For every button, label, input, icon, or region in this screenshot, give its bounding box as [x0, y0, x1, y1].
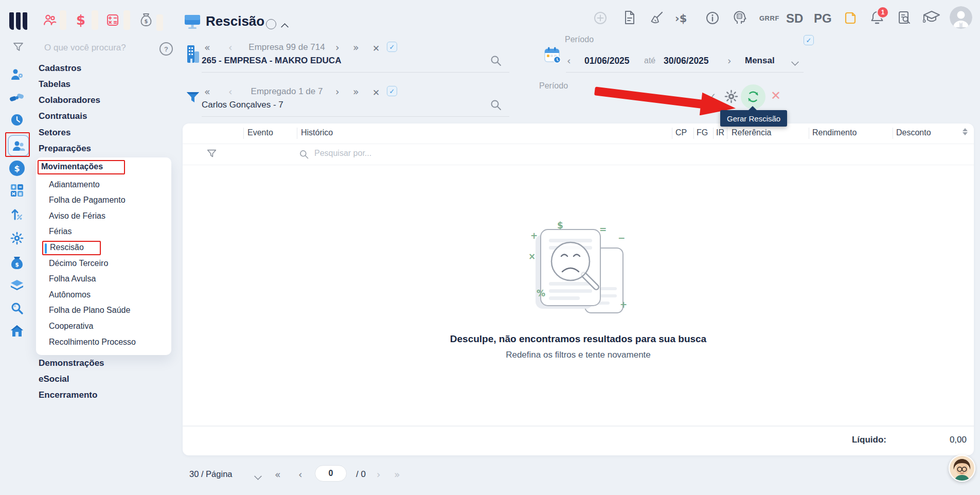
- submenu-item-folha-de-plano-saude[interactable]: Folha de Plano Saúde: [49, 306, 130, 315]
- pagination-next-button[interactable]: ›: [377, 468, 381, 481]
- settings-gear-icon[interactable]: [724, 90, 738, 105]
- sidebar-item-tabelas[interactable]: Tabelas: [39, 79, 70, 90]
- people-module-icon[interactable]: [43, 13, 57, 29]
- pagination-prev-button[interactable]: ‹: [298, 468, 302, 481]
- rail-calculator-icon[interactable]: [10, 183, 24, 200]
- submenu-item-recolhimento-processo[interactable]: Recolhimento Processo: [49, 338, 136, 347]
- column-header-cp[interactable]: CP: [675, 128, 687, 137]
- generate-rescisao-button[interactable]: [741, 84, 765, 109]
- employee-first-button[interactable]: «: [204, 85, 210, 98]
- column-header-rendimento[interactable]: Rendimento: [812, 128, 857, 137]
- employee-clear-button[interactable]: ✕: [372, 86, 380, 99]
- sidebar-item-contratuais[interactable]: Contratuais: [39, 111, 87, 121]
- rail-team-icon-active[interactable]: [8, 135, 29, 156]
- employee-next-button[interactable]: ›: [335, 85, 340, 98]
- company-first-button[interactable]: «: [204, 41, 210, 54]
- submenu-item-folha-de-pagamento[interactable]: Folha de Pagamento: [49, 196, 126, 205]
- company-next-button[interactable]: ›: [335, 41, 340, 54]
- sidebar-item-demonstracoes[interactable]: Demonstrações: [39, 358, 104, 368]
- rail-gear-icon[interactable]: [10, 232, 24, 247]
- training-graduation-icon[interactable]: [923, 9, 940, 28]
- submenu-item-autonomos[interactable]: Autônomos: [49, 290, 91, 299]
- info-circle-icon[interactable]: [705, 10, 720, 28]
- pagination-first-button[interactable]: «: [275, 468, 281, 481]
- rail-search-icon[interactable]: [10, 302, 24, 317]
- employee-search-icon[interactable]: [490, 99, 502, 113]
- periodo-end-date[interactable]: 30/06/2025: [664, 56, 709, 66]
- periodo-start-date[interactable]: 01/06/2025: [584, 56, 630, 66]
- rail-moneybag-icon[interactable]: $: [10, 255, 24, 273]
- page-number-input[interactable]: [315, 465, 347, 482]
- notes-icon[interactable]: [843, 10, 858, 28]
- sidebar-item-cadastros[interactable]: Cadastros: [39, 63, 81, 74]
- company-checkbox[interactable]: ✓: [387, 42, 397, 52]
- table-search-input[interactable]: [313, 148, 470, 158]
- payroll-assistant-icon[interactable]: [732, 10, 747, 27]
- submenu-item-adiantamento[interactable]: Adiantamento: [49, 180, 100, 189]
- company-search-icon[interactable]: [490, 55, 502, 69]
- rail-raise-percent-icon[interactable]: [10, 207, 24, 223]
- sidebar-item-setores[interactable]: Setores: [39, 128, 70, 138]
- employee-checkbox[interactable]: ✓: [387, 86, 397, 96]
- money-transfer-icon[interactable]: ›$: [675, 12, 687, 25]
- rail-home-icon[interactable]: [10, 324, 24, 340]
- calculator-module-icon[interactable]: [106, 13, 119, 29]
- rail-layers-icon[interactable]: [10, 279, 24, 294]
- assistant-avatar[interactable]: [949, 455, 975, 482]
- column-header-historico[interactable]: Histórico: [301, 128, 333, 137]
- submenu-title-movimentacoes[interactable]: Movimentações: [41, 162, 103, 171]
- submenu-item-folha-avulsa[interactable]: Folha Avulsa: [49, 274, 96, 284]
- column-header-ir[interactable]: IR: [716, 128, 724, 137]
- submenu-item-decimo-terceiro[interactable]: Décimo Terceiro: [49, 259, 108, 268]
- submenu-item-cooperativa[interactable]: Cooperativa: [49, 322, 93, 331]
- periodo-checkbox[interactable]: ✓: [804, 35, 814, 45]
- periodo-prev-button[interactable]: ‹: [567, 55, 571, 67]
- employee-prev-button[interactable]: ‹: [228, 85, 233, 98]
- brand-logo[interactable]: [9, 12, 29, 32]
- sidebar-item-preparacoes[interactable]: Preparações: [39, 144, 91, 154]
- sidebar-item-colaboradores[interactable]: Colaboradores: [39, 95, 100, 105]
- payroll-dollar-icon[interactable]: $: [76, 12, 85, 28]
- column-header-fg[interactable]: FG: [697, 128, 708, 137]
- rail-person-settings-icon[interactable]: [10, 67, 24, 84]
- sd-button[interactable]: SD: [786, 11, 803, 26]
- employee-last-button[interactable]: »: [353, 85, 359, 98]
- submenu-item-ferias[interactable]: Férias: [49, 227, 72, 236]
- column-header-desconto[interactable]: Desconto: [896, 128, 931, 137]
- clean-broom-icon[interactable]: [649, 10, 665, 28]
- table-filter-funnel-icon[interactable]: [206, 148, 218, 162]
- periodo-next-button[interactable]: ›: [727, 55, 732, 67]
- per-page-select[interactable]: 30 / Página: [189, 469, 232, 479]
- pagination-last-button[interactable]: »: [394, 468, 400, 481]
- collapse-header-icon[interactable]: [282, 23, 288, 32]
- add-circle-icon[interactable]: [593, 10, 608, 28]
- column-header-evento[interactable]: Evento: [247, 128, 273, 137]
- help-icon[interactable]: ?: [159, 42, 173, 56]
- periodo-mode-dropdown-icon[interactable]: [792, 58, 798, 67]
- rail-finance-icon[interactable]: $: [9, 161, 25, 176]
- sort-icon[interactable]: [963, 128, 968, 135]
- title-info-icon[interactable]: [266, 19, 276, 29]
- document-search-icon[interactable]: [897, 10, 912, 28]
- submenu-item-aviso-de-ferias[interactable]: Aviso de Férias: [49, 211, 105, 221]
- grrf-button[interactable]: GRRF: [759, 14, 779, 22]
- cancel-x-icon[interactable]: ✕: [771, 89, 781, 103]
- sidebar-item-esocial[interactable]: eSocial: [39, 374, 69, 384]
- per-page-dropdown-icon[interactable]: [255, 472, 261, 481]
- rail-handshake-icon[interactable]: [9, 92, 25, 105]
- filter-funnel-icon[interactable]: [12, 41, 25, 56]
- company-clear-button[interactable]: ✕: [372, 42, 380, 55]
- global-search-input[interactable]: [43, 42, 153, 54]
- moneybag-module-icon[interactable]: $: [139, 12, 153, 30]
- company-last-button[interactable]: »: [353, 41, 359, 54]
- pg-button[interactable]: PG: [814, 11, 832, 26]
- user-avatar[interactable]: [950, 6, 972, 29]
- periodo-mode-select[interactable]: Mensal: [745, 56, 775, 66]
- column-header-referencia[interactable]: Referência: [732, 128, 771, 137]
- company-prev-button[interactable]: ‹: [228, 41, 233, 54]
- sidebar-item-encerramento[interactable]: Encerramento: [39, 390, 97, 400]
- report-document-icon[interactable]: [622, 10, 636, 27]
- submenu-item-rescisao-active[interactable]: Rescisão: [50, 243, 84, 252]
- notifications-bell-icon[interactable]: 1: [869, 10, 885, 28]
- confirm-check-icon[interactable]: ✓: [708, 91, 717, 103]
